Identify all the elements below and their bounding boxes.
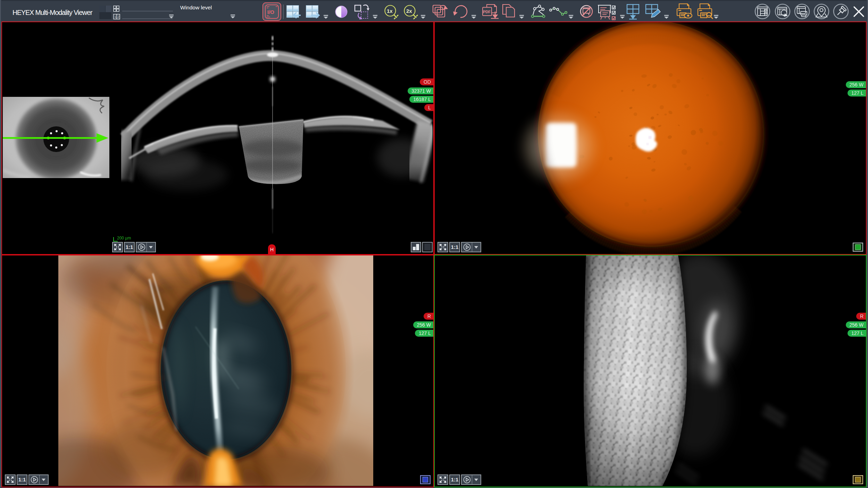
svg-text:1x: 1x: [387, 8, 393, 14]
svg-text:200 µm: 200 µm: [117, 236, 131, 241]
svg-text:I/O: I/O: [267, 9, 274, 15]
svg-text:2x: 2x: [406, 8, 412, 14]
svg-text:PDF: PDF: [483, 10, 491, 14]
